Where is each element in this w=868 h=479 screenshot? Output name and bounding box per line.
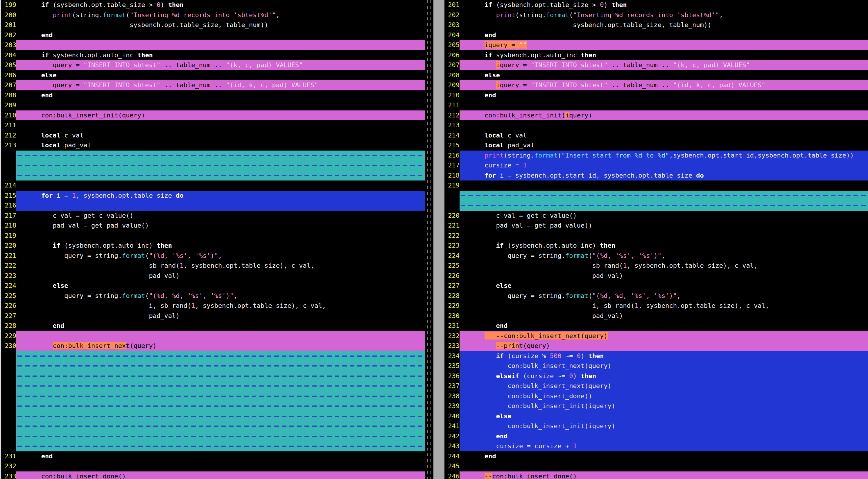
code-line[interactable]: 226 pad_val) xyxy=(444,271,868,281)
code-line[interactable]: 239 con:bulk_insert_init(iquery) xyxy=(444,401,868,411)
code-line[interactable]: 243 cursize = cursize + 1 xyxy=(444,441,868,451)
code-line[interactable]: 203 sysbench.opt.table_size, table_num)) xyxy=(444,20,868,30)
code-line[interactable]: 235 con:bulk_insert_next(query) xyxy=(444,361,868,371)
code-line[interactable]: 244 end xyxy=(444,451,868,461)
code-line[interactable]: 217 cursize = 1 xyxy=(444,160,868,171)
code-line[interactable]: 245 xyxy=(444,461,868,472)
diff-filler-line[interactable] xyxy=(1,391,425,401)
code-line[interactable]: 224 query = string.format("(%d, '%s', '%… xyxy=(444,251,868,261)
diff-filler-line[interactable] xyxy=(444,191,868,201)
code-line[interactable]: 212 local c_val xyxy=(1,130,425,141)
code-line[interactable]: 237 con:bulk_insert_next(query) xyxy=(444,381,868,391)
code-line[interactable]: 221 pad_val = get_pad_value() xyxy=(444,220,868,231)
code-line[interactable]: 212 con:bulk_insert_init(iquery) xyxy=(444,111,868,121)
code-line[interactable]: 242 end xyxy=(444,431,868,442)
code-line[interactable]: 221 query = string.format("(%d, '%s', '%… xyxy=(1,251,425,261)
code-line[interactable]: 215 local pad_val xyxy=(444,140,868,151)
diff-filler-line[interactable] xyxy=(1,160,425,171)
diff-filler-line[interactable] xyxy=(444,201,868,211)
code-line[interactable]: 227 pad_val) xyxy=(1,311,425,321)
code-line[interactable]: 233 --print(query) xyxy=(444,341,868,351)
diff-pane-right[interactable]: 201 if (sysbench.opt.table_size > 0) the… xyxy=(444,0,868,479)
code-line[interactable]: 202 print(string.format("Inserting %d re… xyxy=(444,10,868,20)
code-line[interactable]: 209 xyxy=(1,100,425,111)
diff-filler-line[interactable] xyxy=(1,371,425,381)
vertical-split-bar[interactable] xyxy=(433,0,444,479)
code-line[interactable]: 214 xyxy=(1,180,425,191)
code-line[interactable]: 208 end xyxy=(1,90,425,100)
code-line[interactable]: 232 --con:bulk_insert_next(query) xyxy=(444,331,868,341)
code-line[interactable]: 202 end xyxy=(1,30,425,40)
code-line[interactable]: 227 else xyxy=(444,281,868,291)
code-line[interactable]: 229 xyxy=(1,331,425,341)
code-line[interactable]: 234 if (cursize % 500 ~= 0) then xyxy=(444,351,868,361)
diff-filler-line[interactable] xyxy=(1,351,425,361)
code-line[interactable]: 204 end xyxy=(444,30,868,40)
code-line[interactable]: 219 xyxy=(444,180,868,191)
code-line[interactable]: 236 elseif (cursize ~= 0) then xyxy=(444,371,868,381)
code-line[interactable]: 219 xyxy=(1,231,425,241)
diff-filler-line[interactable] xyxy=(1,421,425,431)
code-line[interactable]: 229 i, sb_rand(1, sysbench.opt.table_siz… xyxy=(444,301,868,311)
line-number: 218 xyxy=(1,220,16,231)
diff-filler-line[interactable] xyxy=(1,171,425,181)
code-line[interactable]: 228 end xyxy=(1,321,425,331)
code-line[interactable]: 230 pad_val) xyxy=(444,311,868,321)
code-line[interactable]: 213 xyxy=(444,120,868,130)
code-line[interactable]: 216 print(string.format("Insert start fr… xyxy=(444,151,868,161)
code-line[interactable]: 207 iquery = "INSERT INTO sbtest" .. tab… xyxy=(444,60,868,70)
code-line[interactable]: 209 iquery = "INSERT INTO sbtest" .. tab… xyxy=(444,80,868,90)
diff-filler-line[interactable] xyxy=(1,151,425,161)
code-line[interactable]: 211 xyxy=(1,120,425,130)
code-line[interactable]: 208 else xyxy=(444,70,868,81)
code-line[interactable]: 222 xyxy=(444,231,868,241)
code-line[interactable]: 211 xyxy=(444,100,868,111)
code-line[interactable]: 225 query = string.format("(%d, %d, '%s'… xyxy=(1,291,425,301)
code-line[interactable]: 223 if (sysbench.opt.auto_inc) then xyxy=(444,241,868,251)
code-line[interactable]: 223 pad_val) xyxy=(1,271,425,281)
diff-filler-line[interactable] xyxy=(1,361,425,371)
diff-filler-line[interactable] xyxy=(1,381,425,391)
code-line[interactable]: 218 pad_val = get_pad_value() xyxy=(1,220,425,231)
code-line[interactable]: 224 else xyxy=(1,281,425,291)
code-line[interactable]: 205 query = "INSERT INTO sbtest" .. tabl… xyxy=(1,60,425,70)
code-line[interactable]: 203 xyxy=(1,40,425,50)
code-line[interactable]: 225 sb_rand(1, sysbench.opt.table_size),… xyxy=(444,261,868,271)
diff-pane-left[interactable]: 199 if (sysbench.opt.table_size > 0) the… xyxy=(1,0,425,479)
code-line[interactable]: 217 c_val = get_c_value() xyxy=(1,211,425,221)
code-line[interactable]: 201 if (sysbench.opt.table_size > 0) the… xyxy=(444,0,868,10)
code-line[interactable]: 232 xyxy=(1,461,425,472)
diff-filler-line[interactable] xyxy=(1,411,425,421)
code-line[interactable]: 206 if sysbench.opt.auto_inc then xyxy=(444,50,868,60)
code-line[interactable]: 226 i, sb_rand(1, sysbench.opt.table_siz… xyxy=(1,301,425,311)
code-line[interactable]: 206 else xyxy=(1,70,425,81)
code-line[interactable]: 204 if sysbench.opt.auto_inc then xyxy=(1,50,425,60)
code-line[interactable]: 210 con:bulk_insert_init(query) xyxy=(1,111,425,121)
diff-filler-line[interactable] xyxy=(1,431,425,442)
code-line[interactable]: 241 con:bulk_insert_init(iquery) xyxy=(444,421,868,431)
code-line[interactable]: 230 con:bulk_insert_next(query) xyxy=(1,341,425,351)
code-line[interactable]: 201 sysbench.opt.table_size, table_num)) xyxy=(1,20,425,30)
code-line[interactable]: 233 con:bulk_insert_done() xyxy=(1,472,425,479)
code-line[interactable]: 215 for i = 1, sysbench.opt.table_size d… xyxy=(1,191,425,201)
code-line[interactable]: 214 local c_val xyxy=(444,130,868,141)
code-line[interactable]: 213 local pad_val xyxy=(1,140,425,151)
code-line[interactable]: 207 query = "INSERT INTO sbtest" .. tabl… xyxy=(1,80,425,90)
diff-filler-line[interactable] xyxy=(1,441,425,451)
diff-filler-line[interactable] xyxy=(1,401,425,411)
code-line[interactable]: 199 if (sysbench.opt.table_size > 0) the… xyxy=(1,0,425,10)
code-line[interactable]: 228 query = string.format("(%d, %d, '%s'… xyxy=(444,291,868,301)
code-line[interactable]: 210 end xyxy=(444,90,868,100)
code-line[interactable]: 205 iquery = "" xyxy=(444,40,868,50)
code-line[interactable]: 200 print(string.format("Inserting %d re… xyxy=(1,10,425,20)
code-line[interactable]: 220 c_val = get_c_value() xyxy=(444,211,868,221)
code-line[interactable]: 246 --con:bulk_insert_done() xyxy=(444,472,868,479)
code-line[interactable]: 222 sb_rand(1, sysbench.opt.table_size),… xyxy=(1,261,425,271)
code-line[interactable]: 216 xyxy=(1,201,425,211)
code-line[interactable]: 218 for i = sysbench.opt.start_id, sysbe… xyxy=(444,171,868,181)
code-line[interactable]: 238 con:bulk_insert_done() xyxy=(444,391,868,401)
code-line[interactable]: 231 end xyxy=(444,321,868,331)
code-line[interactable]: 220 if (sysbench.opt.auto_inc) then xyxy=(1,241,425,251)
code-line[interactable]: 231 end xyxy=(1,451,425,461)
code-line[interactable]: 240 else xyxy=(444,411,868,421)
